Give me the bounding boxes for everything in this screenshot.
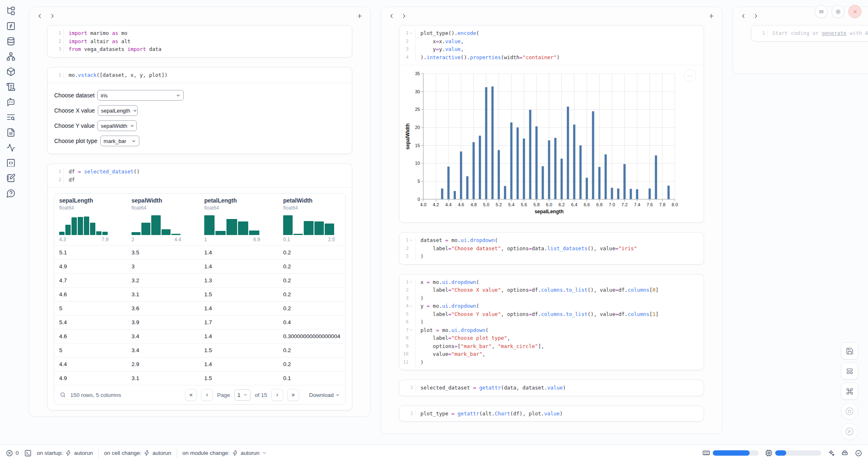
table-cell: 0.30000000000000004 bbox=[278, 333, 346, 339]
svg-text:5.0: 5.0 bbox=[483, 202, 489, 207]
chevron-down-icon bbox=[130, 124, 134, 128]
dropdown-row: Choose X valuesepalLength bbox=[54, 105, 345, 116]
column-name: petalLength bbox=[204, 197, 278, 204]
line-number: 3 bbox=[399, 294, 413, 302]
svg-text:5.4: 5.4 bbox=[508, 202, 515, 207]
add-cell-button[interactable] bbox=[354, 10, 365, 22]
sidebar-item-dependency-graph[interactable] bbox=[6, 51, 16, 62]
sidebar-item-functions[interactable] bbox=[6, 21, 16, 31]
column-next-button[interactable] bbox=[46, 10, 58, 22]
sidebar-item-packages[interactable] bbox=[6, 67, 16, 77]
cell-code-editor[interactable]: 1Start coding or generate with AI bbox=[751, 25, 868, 41]
range-max: 6.9 bbox=[253, 237, 260, 242]
keyboard-shortcuts-button[interactable] bbox=[841, 383, 858, 400]
sidebar-item-file-tree[interactable] bbox=[6, 6, 16, 16]
column-range: 16.9 bbox=[204, 237, 260, 242]
sidebar-item-snippets[interactable] bbox=[6, 158, 16, 168]
sidebar-item-documentation[interactable] bbox=[6, 127, 16, 138]
column-name: petalWidth bbox=[283, 197, 346, 204]
page-select[interactable]: 1 bbox=[234, 390, 251, 401]
settings-button[interactable] bbox=[831, 5, 845, 18]
sidebar-item-help[interactable] bbox=[6, 188, 16, 198]
table-cell: 1.5 bbox=[199, 291, 278, 297]
logs-icon bbox=[6, 82, 16, 92]
on-startup-setting[interactable]: on startup: autorun bbox=[37, 450, 93, 456]
cell-code-editor[interactable]: 123import marimo as moimport altair as a… bbox=[48, 25, 352, 57]
terminal-button[interactable] bbox=[24, 449, 32, 457]
save-button[interactable] bbox=[841, 342, 858, 360]
range-min: 2 bbox=[132, 237, 134, 242]
dataframe-output: sepalLengthfloat644.37.9sepalWidthfloat6… bbox=[48, 187, 352, 410]
chart-actions-button[interactable]: ⋯ bbox=[684, 69, 696, 82]
stop-button[interactable] bbox=[841, 403, 858, 420]
cell-code-editor[interactable]: 1plot_type = getattr(alt.Chart(df), plot… bbox=[399, 406, 704, 422]
add-cell-button[interactable] bbox=[706, 10, 717, 22]
cell-code-editor[interactable]: 1mo.vstack([dataset, x, y, plot]) bbox=[48, 67, 352, 83]
page-label: Page bbox=[217, 392, 230, 398]
sidebar-item-logs[interactable] bbox=[6, 82, 16, 92]
run-all-button[interactable] bbox=[841, 423, 858, 440]
fold-chevron-icon[interactable] bbox=[409, 304, 413, 308]
column-range: 0.12.5 bbox=[283, 237, 335, 242]
shutdown-button[interactable] bbox=[848, 5, 861, 18]
vstack-output: Choose datasetirisChoose X valuesepalLen… bbox=[48, 83, 352, 154]
column-next-button[interactable] bbox=[750, 10, 762, 22]
column-prev-button[interactable] bbox=[738, 10, 749, 22]
dropdown-select-choose-dataset[interactable]: iris bbox=[97, 90, 184, 101]
dropdown-select-choose-x-value[interactable]: sepalLength bbox=[98, 105, 138, 116]
scratchpad-icon bbox=[6, 173, 16, 183]
circle-x-icon bbox=[6, 449, 13, 457]
sidebar-item-datasources[interactable] bbox=[6, 36, 16, 46]
sidebar-item-activity[interactable] bbox=[6, 143, 16, 153]
cell-code-editor[interactable]: 123dataset = mo.ui.dropdown( label="Choo… bbox=[399, 233, 704, 264]
layout-toggle-button[interactable] bbox=[841, 362, 858, 380]
window-controls bbox=[815, 5, 861, 18]
chevron-right-icon bbox=[401, 13, 407, 19]
errors-indicator[interactable]: 0 bbox=[6, 449, 19, 457]
fold-chevron-icon[interactable] bbox=[409, 238, 413, 242]
download-button[interactable]: Download bbox=[309, 392, 340, 398]
column-prev-button[interactable] bbox=[34, 10, 46, 22]
sidebar-item-ai-chat[interactable] bbox=[6, 97, 16, 107]
table-cell: 3.4 bbox=[127, 333, 199, 339]
notebook-menu-button[interactable] bbox=[815, 5, 828, 18]
zap-icon bbox=[144, 450, 150, 456]
sidebar-item-tracing[interactable] bbox=[6, 112, 16, 122]
dataframe-table: sepalLengthfloat644.37.9sepalWidthfloat6… bbox=[54, 193, 346, 405]
previous-page-button[interactable]: ‹ bbox=[201, 389, 213, 401]
code-line: ) bbox=[420, 294, 659, 302]
svg-text:7.6: 7.6 bbox=[646, 202, 653, 207]
fold-chevron-icon[interactable] bbox=[409, 280, 413, 284]
last-page-button[interactable]: » bbox=[287, 389, 299, 401]
table-cell: 0.2 bbox=[278, 277, 346, 284]
table-cell: 3.1 bbox=[127, 291, 199, 297]
svg-text:4.4: 4.4 bbox=[446, 202, 452, 207]
code-lines: df = selected_dataset()df bbox=[64, 168, 140, 184]
cell-code-editor[interactable]: 1234567891011x = mo.ui.dropdown( label="… bbox=[399, 274, 704, 370]
first-page-button[interactable]: « bbox=[185, 389, 197, 401]
ai-assist-button[interactable] bbox=[827, 449, 835, 457]
dropdown-select-choose-plot-type[interactable]: mark_bar bbox=[100, 136, 139, 146]
table-row: 4.63.11.50.2setosa bbox=[54, 287, 345, 301]
column-prev-button[interactable] bbox=[386, 10, 397, 22]
table-row: 5.13.51.40.2setosa bbox=[54, 245, 345, 259]
code-lines: plot_type().encode( x=x.value, y=y.value… bbox=[416, 29, 560, 61]
fold-chevron-icon[interactable] bbox=[409, 328, 413, 332]
connection-status-button[interactable] bbox=[855, 449, 862, 457]
on-cell-change-setting[interactable]: on cell change: autorun bbox=[104, 450, 171, 456]
sidebar-item-scratchpad[interactable] bbox=[6, 173, 16, 183]
cell-code-editor[interactable]: 1234plot_type().encode( x=x.value, y=y.v… bbox=[399, 25, 704, 65]
dropdown-select-choose-y-value[interactable]: sepalWidth bbox=[97, 120, 137, 131]
fold-chevron-icon[interactable] bbox=[409, 31, 413, 35]
column-next-button[interactable] bbox=[398, 10, 410, 22]
on-module-change-setting[interactable]: on module change: autorun bbox=[182, 450, 268, 456]
table-footer: 150 rows, 5 columns«‹Page1of 15›»Downloa… bbox=[54, 385, 345, 404]
svg-text:5: 5 bbox=[418, 179, 420, 184]
cell-code-editor[interactable]: 12df = selected_dataset()df bbox=[48, 164, 352, 187]
code-lines: import marimo as moimport altair as altf… bbox=[64, 29, 162, 53]
cell-code-editor[interactable]: 1selected_dataset = getattr(data, datase… bbox=[399, 380, 704, 396]
line-numbers: 12 bbox=[48, 168, 64, 184]
copilot-button[interactable] bbox=[841, 449, 849, 457]
chevron-left-icon bbox=[37, 13, 43, 19]
next-page-button[interactable]: › bbox=[271, 389, 283, 401]
